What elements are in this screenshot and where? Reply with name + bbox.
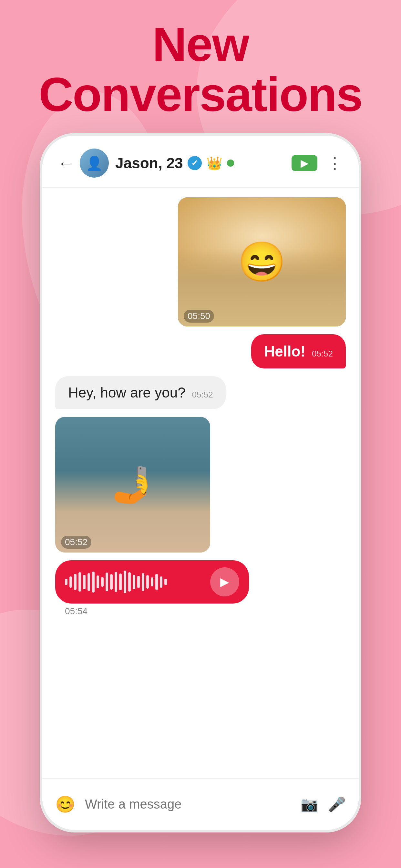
message-text-sent: Hello! 05:52 (251, 334, 346, 368)
headline-line2: Conversations (39, 68, 362, 121)
wave-bar (65, 579, 67, 585)
microphone-button[interactable]: 🎤 (328, 796, 346, 813)
phone-screen: ← 👤 Jason, 23 ✓ 👑 ▶ ⋮ (42, 135, 359, 830)
header-info: Jason, 23 ✓ 👑 (115, 154, 285, 172)
wave-bar (83, 575, 86, 589)
wave-bar (146, 575, 149, 589)
wave-bar (151, 578, 153, 586)
message-time-1: 05:50 (184, 310, 214, 322)
avatar-image: 👤 (80, 149, 109, 178)
photo-image-woman (178, 197, 346, 327)
verified-icon: ✓ (188, 156, 202, 170)
emoji-button[interactable]: 😊 (55, 795, 75, 814)
wave-bar (128, 572, 131, 592)
wave-bar (160, 577, 162, 588)
wave-bar (133, 575, 135, 589)
video-call-button[interactable]: ▶ (291, 155, 317, 171)
wave-bar (101, 577, 104, 587)
page-headline: New Conversations (0, 20, 401, 120)
chat-body: 05:50 Hello! 05:52 Hey, how are you? 05:… (42, 188, 359, 759)
back-button[interactable]: ← (58, 154, 73, 172)
wave-bar (69, 577, 72, 588)
chat-header: ← 👤 Jason, 23 ✓ 👑 ▶ ⋮ (42, 135, 359, 188)
voice-play-button[interactable]: ▶ (210, 567, 239, 596)
message-time-3: 05:52 (192, 390, 213, 400)
wave-bar (124, 570, 126, 593)
wave-bar (142, 573, 144, 591)
header-actions: ▶ ⋮ (291, 154, 343, 172)
message-voice: ▶ (55, 560, 249, 603)
wave-bar (74, 574, 76, 590)
wave-bar (119, 574, 122, 590)
photo-image-man (55, 417, 210, 553)
wave-bar (164, 579, 167, 585)
contact-name: Jason, 23 (115, 154, 183, 172)
message-text-received-content: Hey, how are you? (68, 384, 186, 401)
avatar: 👤 (80, 149, 109, 178)
chat-input-bar: 😊 📷 🎤 (42, 778, 359, 830)
voice-message-time: 05:54 (65, 606, 88, 616)
online-indicator (227, 159, 234, 166)
message-text-content: Hello! (264, 343, 305, 360)
wave-bar (96, 576, 99, 588)
wave-bar (88, 573, 90, 591)
more-options-button[interactable]: ⋮ (327, 154, 343, 172)
message-time-2: 05:52 (312, 349, 333, 359)
message-photo-right: 05:50 (178, 197, 346, 327)
photo-man-content (55, 417, 210, 553)
message-photo-left: 05:52 (55, 417, 210, 553)
message-time-4: 05:52 (61, 536, 91, 549)
wave-bar (92, 571, 95, 593)
voice-waveform (65, 570, 203, 593)
message-text-received: Hey, how are you? 05:52 (55, 376, 226, 409)
wave-bar (115, 572, 117, 592)
message-voice-wrapper: ▶ 05:54 (55, 560, 346, 603)
wave-bar (110, 574, 113, 590)
wave-bar (155, 574, 158, 590)
crown-icon: 👑 (206, 156, 222, 171)
headline-line1: New (152, 18, 249, 71)
wave-bar (105, 572, 108, 591)
camera-button[interactable]: 📷 (301, 796, 318, 813)
photo-woman-content (178, 197, 346, 327)
wave-bar (79, 572, 81, 592)
message-input[interactable] (85, 797, 291, 811)
phone-mockup: ← 👤 Jason, 23 ✓ 👑 ▶ ⋮ (42, 135, 359, 830)
wave-bar (137, 576, 140, 588)
video-icon: ▶ (301, 157, 309, 169)
